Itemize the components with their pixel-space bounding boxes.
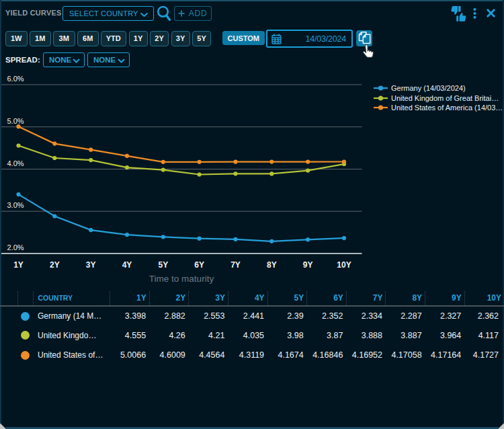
- svg-text:4Y: 4Y: [122, 260, 132, 270]
- svg-text:6Y: 6Y: [194, 260, 204, 270]
- svg-text:4.0%: 4.0%: [7, 159, 24, 167]
- svg-text:9Y: 9Y: [303, 260, 313, 270]
- svg-text:1Y: 1Y: [13, 260, 24, 270]
- svg-text:10Y: 10Y: [337, 260, 351, 270]
- svg-text:5Y: 5Y: [158, 260, 168, 270]
- svg-text:8Y: 8Y: [267, 260, 277, 270]
- svg-text:3Y: 3Y: [86, 260, 96, 270]
- svg-text:Time to maturity: Time to maturity: [149, 274, 214, 284]
- svg-text:3.0%: 3.0%: [7, 201, 24, 209]
- svg-text:7Y: 7Y: [230, 260, 241, 270]
- svg-text:5.0%: 5.0%: [7, 117, 24, 125]
- svg-text:2Y: 2Y: [50, 260, 60, 270]
- svg-text:6.0%: 6.0%: [7, 75, 24, 83]
- svg-text:2.0%: 2.0%: [7, 243, 24, 251]
